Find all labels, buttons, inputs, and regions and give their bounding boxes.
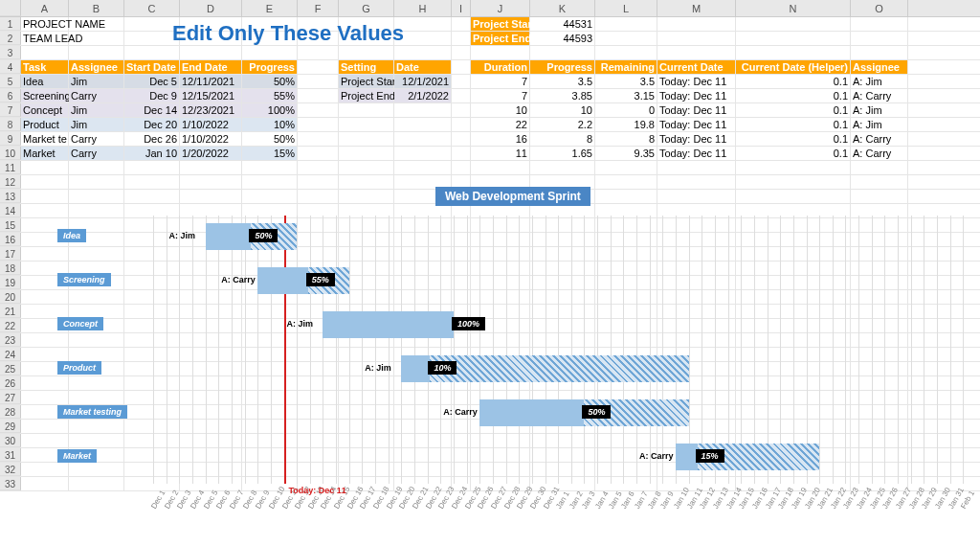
progress[interactable]: 100% [242, 103, 298, 117]
cell[interactable] [736, 190, 851, 203]
hdr-progress[interactable]: Progress [242, 60, 298, 74]
col-header-D[interactable]: D [180, 0, 242, 16]
cell[interactable] [530, 46, 595, 59]
row-header-6[interactable]: 6 [0, 89, 21, 102]
setting-start-val[interactable]: 12/1/2021 [394, 75, 452, 88]
rem[interactable]: 3.5 [595, 75, 657, 88]
hdr-assignee2[interactable]: Assignee [851, 60, 908, 74]
cell[interactable] [595, 175, 657, 189]
assignee[interactable]: Jim [69, 103, 124, 117]
cell[interactable] [180, 46, 242, 59]
cell[interactable] [657, 46, 736, 59]
cell[interactable] [452, 89, 471, 102]
row-header-22[interactable]: 22 [0, 319, 21, 332]
row-header-4[interactable]: 4 [0, 60, 21, 74]
row-header-28[interactable]: 28 [0, 405, 21, 419]
col-header-L[interactable]: L [595, 0, 657, 16]
proj-end-val[interactable]: 44593 [530, 32, 595, 45]
cell[interactable] [452, 17, 471, 31]
row-header-18[interactable]: 18 [0, 262, 21, 275]
cell[interactable] [298, 147, 339, 160]
cell[interactable] [298, 118, 339, 131]
task[interactable]: Idea [21, 75, 69, 88]
start[interactable]: Jan 10 [124, 147, 180, 160]
progress[interactable]: 55% [242, 89, 298, 102]
cell[interactable] [657, 190, 736, 203]
cell[interactable] [298, 60, 339, 74]
cell[interactable] [69, 17, 124, 31]
cell[interactable] [21, 175, 69, 189]
rem[interactable]: 3.15 [595, 89, 657, 102]
cell[interactable] [736, 46, 851, 59]
cell[interactable] [851, 190, 908, 203]
cell[interactable] [595, 190, 657, 203]
cell[interactable] [339, 190, 394, 203]
row-header-21[interactable]: 21 [0, 305, 21, 318]
cell[interactable] [736, 17, 851, 31]
cell[interactable] [736, 161, 851, 174]
row-header-11[interactable]: 11 [0, 161, 21, 174]
assignee2[interactable]: A: Carry [851, 132, 908, 146]
cell[interactable] [69, 175, 124, 189]
cell[interactable] [298, 103, 339, 117]
col-header-G[interactable]: G [339, 0, 394, 16]
row-header-15[interactable]: 15 [0, 218, 21, 232]
cell[interactable] [452, 147, 471, 160]
cell[interactable] [452, 60, 471, 74]
cell[interactable] [69, 161, 124, 174]
cell[interactable] [298, 132, 339, 146]
assignee2[interactable]: A: Carry [851, 89, 908, 102]
row-header-24[interactable]: 24 [0, 348, 21, 361]
col-header-J[interactable]: J [471, 0, 530, 16]
col-header-I[interactable]: I [452, 0, 471, 16]
cell[interactable] [339, 46, 394, 59]
cell[interactable] [452, 118, 471, 131]
curdate-helper[interactable]: 0.1 [736, 75, 851, 88]
cell[interactable] [21, 161, 69, 174]
row-header-5[interactable]: 5 [0, 75, 21, 88]
row-header-17[interactable]: 17 [0, 247, 21, 261]
cell[interactable] [298, 161, 339, 174]
hdr-assignee[interactable]: Assignee [69, 60, 124, 74]
curdate-helper[interactable]: 0.1 [736, 132, 851, 146]
row-header-8[interactable]: 8 [0, 118, 21, 131]
row-header-9[interactable]: 9 [0, 132, 21, 146]
end[interactable]: 1/10/2022 [180, 132, 242, 146]
row-header-33[interactable]: 33 [0, 477, 21, 490]
task[interactable]: Product [21, 118, 69, 131]
progress[interactable]: 50% [242, 75, 298, 88]
cell[interactable] [124, 175, 180, 189]
curdate[interactable]: Today: Dec 11 [657, 118, 736, 131]
hdr-remaining[interactable]: Remaining [595, 60, 657, 74]
cell[interactable] [69, 190, 124, 203]
cell[interactable] [657, 32, 736, 45]
row-header-32[interactable]: 32 [0, 463, 21, 476]
team-lead-label[interactable]: TEAM LEAD [21, 32, 69, 45]
cell[interactable] [851, 32, 908, 45]
start[interactable]: Dec 20 [124, 118, 180, 131]
prog[interactable]: 8 [530, 132, 595, 146]
row-header-14[interactable]: 14 [0, 204, 21, 217]
cell[interactable] [394, 118, 452, 131]
hdr-duration[interactable]: Duration [471, 60, 530, 74]
col-header-N[interactable]: N [736, 0, 851, 16]
hdr-curdate[interactable]: Current Date [657, 60, 736, 74]
prog[interactable]: 3.85 [530, 89, 595, 102]
row-header-31[interactable]: 31 [0, 448, 21, 462]
curdate-helper[interactable]: 0.1 [736, 89, 851, 102]
row-header-3[interactable]: 3 [0, 46, 21, 59]
start[interactable]: Dec 5 [124, 75, 180, 88]
cell[interactable] [298, 75, 339, 88]
row-header-26[interactable]: 26 [0, 376, 21, 390]
task[interactable]: Concept [21, 103, 69, 117]
task[interactable]: Market [21, 147, 69, 160]
assignee2[interactable]: A: Jim [851, 75, 908, 88]
setting-end[interactable]: Project End [339, 89, 394, 102]
assignee2[interactable]: A: Jim [851, 118, 908, 131]
col-header-K[interactable]: K [530, 0, 595, 16]
proj-start-val[interactable]: 44531 [530, 17, 595, 31]
start[interactable]: Dec 9 [124, 89, 180, 102]
cell[interactable] [851, 175, 908, 189]
hdr-curdate-helper[interactable]: Current Date (Helper) [736, 60, 851, 74]
curdate-helper[interactable]: 0.1 [736, 118, 851, 131]
